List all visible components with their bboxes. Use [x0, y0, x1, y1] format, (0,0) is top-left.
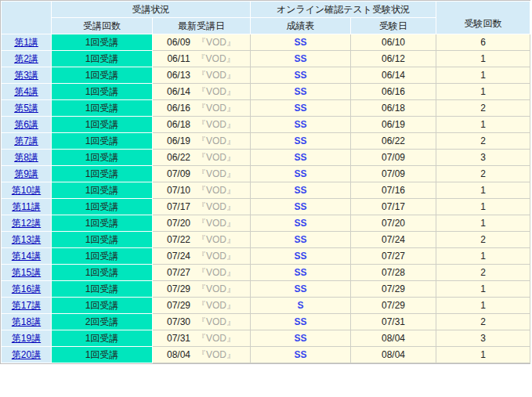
lecture-link[interactable]: 第17講: [12, 300, 41, 311]
exam-date-cell: 08/04: [351, 347, 436, 363]
exam-count-cell: 2: [436, 100, 530, 117]
grade-link[interactable]: SS: [294, 267, 306, 278]
grade-link[interactable]: SS: [294, 119, 306, 130]
grade-link[interactable]: SS: [294, 333, 306, 344]
latest-date-value: 06/09: [167, 37, 190, 48]
grade-link[interactable]: SS: [294, 185, 306, 196]
lecture-link[interactable]: 第11講: [12, 201, 40, 212]
latest-date-value: 07/22: [167, 234, 190, 245]
latest-date-value: 07/29: [167, 283, 190, 294]
table-row: 第13講 1回受講 07/22『VOD』 SS 07/24 2: [2, 232, 530, 248]
exam-date-cell: 06/12: [351, 51, 436, 67]
exam-count-cell: 2: [436, 133, 530, 150]
grade-link[interactable]: SS: [294, 283, 306, 294]
latest-date-value: 06/22: [167, 152, 190, 163]
exam-count-cell: 6: [436, 34, 530, 51]
lecture-cell: 第18講: [2, 314, 52, 330]
lecture-link[interactable]: 第14講: [12, 251, 41, 262]
attendance-count-cell: 1回受講: [52, 281, 153, 298]
grade-link[interactable]: SS: [294, 37, 306, 48]
header-exam-count: 受験回数: [436, 2, 530, 34]
latest-date-value: 07/10: [167, 185, 190, 196]
lecture-link[interactable]: 第10講: [12, 185, 41, 196]
attendance-count-cell: 1回受講: [52, 51, 153, 67]
attendance-count-cell: 1回受講: [52, 347, 153, 363]
vod-label: 『VOD』: [197, 168, 236, 179]
lecture-cell: 第9講: [2, 166, 52, 182]
grade-cell: SS: [251, 133, 351, 150]
lecture-link[interactable]: 第15講: [12, 267, 41, 278]
lecture-link[interactable]: 第18講: [12, 316, 41, 327]
vod-label: 『VOD』: [197, 185, 236, 196]
grade-cell: SS: [251, 330, 351, 347]
grade-link[interactable]: SS: [294, 70, 306, 81]
lecture-link[interactable]: 第3講: [14, 70, 38, 81]
lecture-link[interactable]: 第16講: [12, 283, 41, 294]
lecture-link[interactable]: 第13講: [12, 234, 41, 245]
latest-date-cell: 07/22『VOD』: [153, 232, 251, 248]
header-corner-cell: [2, 2, 52, 34]
exam-date-cell: 07/29: [351, 281, 436, 298]
latest-date-cell: 07/20『VOD』: [153, 215, 251, 232]
table-row: 第15講 1回受講 07/27『VOD』 SS 07/28 2: [2, 265, 530, 281]
latest-date-value: 07/17: [167, 201, 190, 212]
grade-link[interactable]: SS: [294, 152, 306, 163]
lecture-link[interactable]: 第20講: [12, 349, 41, 360]
lecture-link[interactable]: 第6講: [14, 119, 38, 130]
exam-count-cell: 2: [436, 314, 530, 330]
grade-link[interactable]: SS: [294, 234, 306, 245]
lecture-link[interactable]: 第9講: [14, 168, 38, 179]
latest-date-cell: 06/14『VOD』: [153, 84, 251, 100]
grade-link[interactable]: SS: [294, 86, 306, 97]
lecture-cell: 第12講: [2, 215, 52, 232]
latest-date-cell: 07/29『VOD』: [153, 281, 251, 298]
grade-link[interactable]: SS: [294, 316, 306, 327]
grade-cell: SS: [251, 100, 351, 117]
exam-count-cell: 1: [436, 84, 530, 100]
exam-count-cell: 2: [436, 265, 530, 281]
attendance-count-cell: 2回受講: [52, 314, 153, 330]
table-row: 第14講 1回受講 07/24『VOD』 SS 07/27 1: [2, 248, 530, 265]
exam-count-cell: 1: [436, 117, 530, 133]
latest-date-value: 06/13: [167, 70, 190, 81]
lecture-cell: 第14講: [2, 248, 52, 265]
latest-date-cell: 07/30『VOD』: [153, 314, 251, 330]
lecture-cell: 第15講: [2, 265, 52, 281]
vod-label: 『VOD』: [197, 333, 236, 344]
grade-link[interactable]: SS: [294, 53, 306, 64]
lecture-link[interactable]: 第7講: [14, 135, 38, 146]
exam-count-cell: 1: [436, 248, 530, 265]
exam-count-cell: 3: [436, 330, 530, 347]
lecture-link[interactable]: 第5講: [14, 103, 38, 114]
grade-link[interactable]: S: [297, 300, 303, 311]
lecture-link[interactable]: 第4講: [14, 86, 38, 97]
exam-date-cell: 07/24: [351, 232, 436, 248]
grade-link[interactable]: SS: [294, 201, 306, 212]
lecture-link[interactable]: 第19講: [12, 333, 41, 344]
vod-label: 『VOD』: [197, 135, 236, 146]
vod-label: 『VOD』: [197, 103, 236, 114]
vod-label: 『VOD』: [197, 300, 236, 311]
grade-link[interactable]: SS: [294, 218, 306, 229]
grade-cell: SS: [251, 84, 351, 100]
table-row: 第8講 1回受講 06/22『VOD』 SS 07/09 3: [2, 150, 530, 166]
attendance-count-cell: 1回受講: [52, 150, 153, 166]
lecture-link[interactable]: 第2講: [14, 53, 38, 64]
lecture-cell: 第20講: [2, 347, 52, 363]
grade-link[interactable]: SS: [294, 135, 306, 146]
lecture-link[interactable]: 第1講: [14, 37, 38, 48]
attendance-count-cell: 1回受講: [52, 248, 153, 265]
grade-cell: SS: [251, 215, 351, 232]
lecture-link[interactable]: 第12講: [12, 218, 41, 229]
grade-link[interactable]: SS: [294, 168, 306, 179]
attendance-count-cell: 1回受講: [52, 117, 153, 133]
lecture-cell: 第8講: [2, 150, 52, 166]
grade-link[interactable]: SS: [294, 251, 306, 262]
table-row: 第16講 1回受講 07/29『VOD』 SS 07/29 1: [2, 281, 530, 298]
grade-link[interactable]: SS: [294, 103, 306, 114]
exam-date-cell: 06/10: [351, 34, 436, 51]
vod-label: 『VOD』: [197, 53, 236, 64]
grade-link[interactable]: SS: [294, 349, 306, 360]
lecture-link[interactable]: 第8講: [14, 152, 38, 163]
table-header: 受講状況 オンライン確認テスト受験状況 受験回数 受講回数 最新受講日 成績表 …: [2, 2, 530, 34]
